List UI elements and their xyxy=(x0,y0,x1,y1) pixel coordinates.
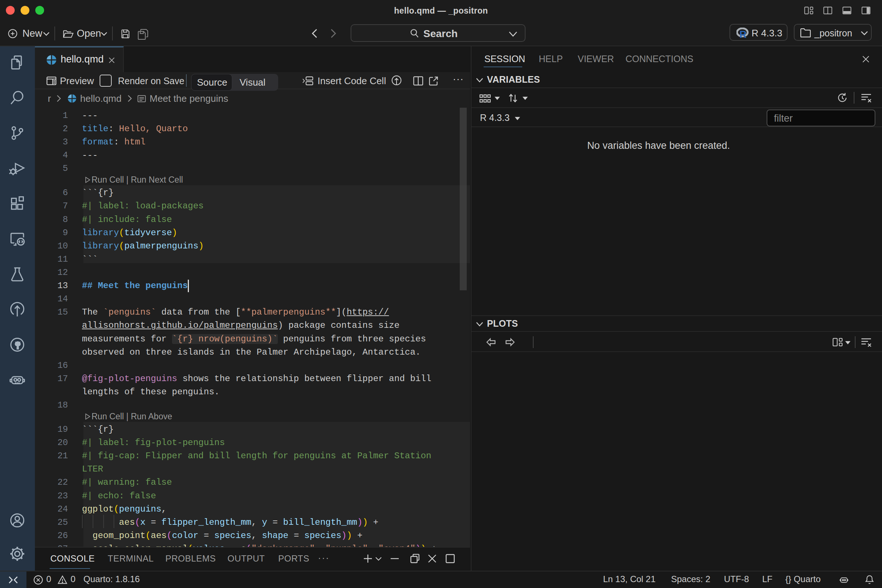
svg-text:R: R xyxy=(740,29,747,39)
